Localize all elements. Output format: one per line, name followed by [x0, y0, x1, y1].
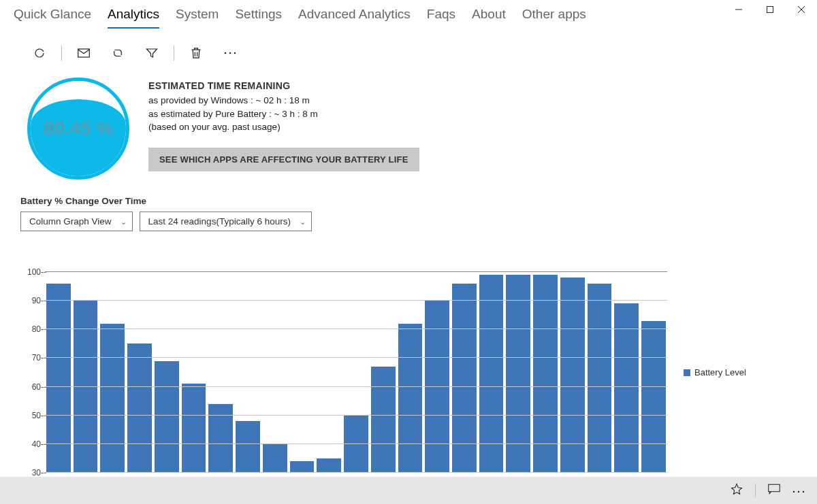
legend-label: Battery Level [694, 367, 746, 377]
grid-line [45, 329, 667, 329]
tab-other-apps[interactable]: Other apps [522, 7, 586, 29]
svg-point-6 [229, 52, 231, 54]
estimate-line: as provided by Windows : ~ 02 h : 18 m [148, 94, 419, 107]
tab-about[interactable]: About [472, 7, 506, 29]
bar [263, 444, 287, 473]
legend-swatch [684, 369, 690, 376]
bar [155, 361, 179, 473]
more-icon[interactable] [792, 484, 805, 497]
command-bar-divider [755, 484, 756, 497]
svg-rect-8 [769, 484, 780, 492]
bar [290, 461, 315, 473]
bar [317, 458, 341, 473]
battery-chart: 30-40-50-60-70-80-90-100- Battery Level [20, 272, 797, 473]
chevron-down-icon: ⌄ [300, 217, 306, 226]
battery-gauge: 80.45 % [27, 78, 129, 180]
estimate-line: as estimated by Pure Battery : ~ 3 h : 8… [148, 107, 419, 121]
tab-bar: Quick GlanceAnalyticsSystemSettingsAdvan… [0, 0, 817, 29]
more-icon[interactable] [218, 45, 242, 61]
svg-point-11 [803, 491, 804, 492]
tab-settings[interactable]: Settings [235, 7, 282, 29]
filter-icon[interactable] [140, 45, 164, 61]
view-dropdown[interactable]: Column Graph View ⌄ [20, 212, 133, 231]
refresh-icon[interactable] [27, 45, 52, 61]
apps-affecting-battery-button[interactable]: SEE WHICH APPS ARE AFFECTING YOUR BATTER… [148, 148, 419, 171]
svg-rect-4 [78, 49, 90, 57]
y-tick: 30- [32, 468, 44, 477]
y-tick: 70- [32, 353, 44, 363]
estimate-block: ESTIMATED TIME REMAINING as provided by … [148, 78, 419, 171]
chart-controls: Battery % Change Over Time Column Graph … [0, 180, 817, 235]
tab-quick-glance[interactable]: Quick Glance [14, 7, 91, 29]
chart-legend: Battery Level [667, 272, 797, 473]
close-button[interactable] [786, 0, 817, 19]
tab-faqs[interactable]: Faqs [427, 7, 455, 29]
svg-point-10 [798, 491, 799, 492]
chevron-down-icon: ⌄ [121, 217, 127, 226]
bar [398, 324, 423, 473]
grid-line [45, 386, 667, 387]
bar [344, 416, 368, 473]
estimate-heading: ESTIMATED TIME REMAINING [148, 80, 419, 91]
bar [641, 321, 666, 473]
minimize-button[interactable] [723, 0, 754, 19]
star-icon[interactable] [731, 483, 743, 498]
window-controls [723, 0, 817, 19]
y-tick: 90- [32, 296, 44, 305]
view-dropdown-label: Column Graph View [29, 216, 112, 226]
plot-area [45, 272, 667, 473]
bar [588, 284, 612, 473]
svg-rect-1 [767, 7, 773, 13]
svg-point-9 [793, 491, 795, 492]
bar [46, 284, 71, 473]
grid-line [45, 472, 667, 473]
command-bar [0, 477, 817, 504]
y-tick: 100- [27, 267, 44, 277]
chart-title: Battery % Change Over Time [20, 196, 797, 206]
bar [452, 284, 477, 473]
gauge-label: 80.45 % [44, 118, 114, 139]
mail-icon[interactable] [71, 45, 96, 61]
bars [45, 272, 667, 473]
summary-area: 80.45 % ESTIMATED TIME REMAINING as prov… [0, 61, 817, 180]
toolbar [0, 29, 817, 61]
tab-analytics[interactable]: Analytics [108, 7, 159, 29]
grid-line [45, 357, 667, 358]
grid-line [45, 415, 667, 416]
tab-advanced-analytics[interactable]: Advanced Analytics [298, 7, 411, 29]
y-axis: 30-40-50-60-70-80-90-100- [20, 272, 45, 473]
grid-line [45, 271, 667, 272]
y-tick: 60- [32, 382, 44, 392]
grid-line [45, 300, 667, 301]
svg-point-5 [225, 52, 226, 54]
y-tick: 50- [32, 411, 44, 420]
bar [74, 301, 98, 473]
range-dropdown-label: Last 24 readings(Typically 6 hours) [148, 216, 291, 226]
bar [236, 421, 260, 473]
grid-line [45, 443, 667, 444]
tab-system[interactable]: System [176, 7, 219, 29]
bar [100, 324, 125, 473]
y-tick: 80- [32, 324, 44, 334]
maximize-button[interactable] [754, 0, 786, 19]
delete-icon[interactable] [184, 45, 208, 61]
bar [182, 384, 206, 473]
bar [425, 301, 449, 473]
toolbar-divider [61, 46, 62, 61]
svg-point-7 [234, 52, 236, 54]
comment-icon[interactable] [768, 484, 780, 497]
estimate-note: (based on your avg. past usage) [148, 120, 419, 134]
bar [371, 367, 396, 473]
repost-icon[interactable] [106, 45, 130, 61]
y-tick: 40- [32, 439, 44, 449]
range-dropdown[interactable]: Last 24 readings(Typically 6 hours) ⌄ [140, 212, 312, 231]
toolbar-divider [174, 46, 174, 61]
bar [127, 343, 152, 473]
